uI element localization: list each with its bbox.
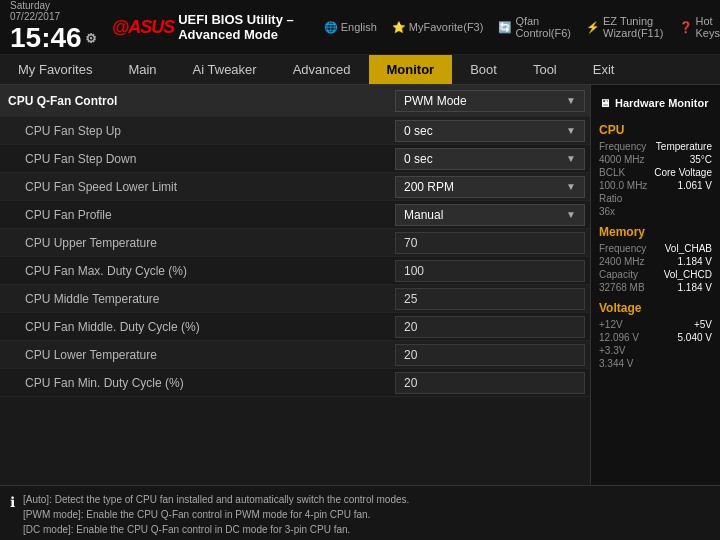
hw-volt-12v-5v-header: +12V +5V <box>599 319 712 330</box>
qfan-link[interactable]: 🔄 Qfan Control(F6) <box>498 15 571 39</box>
hw-cpu-bclk-voltage-header: BCLK Core Voltage <box>599 167 712 178</box>
cpu-fan-max-duty-row[interactable]: CPU Fan Max. Duty Cycle (%) 100 <box>0 257 590 285</box>
top-links: 🌐 English ⭐ MyFavorite(F3) 🔄 Qfan Contro… <box>314 0 720 54</box>
language-link[interactable]: 🌐 English <box>324 21 377 34</box>
cpu-fan-step-down-row[interactable]: CPU Fan Step Down 0 sec ▼ <box>0 145 590 173</box>
hw-cpu-ratio-header: Ratio <box>599 193 712 204</box>
asus-logo-area: @ASUS UEFI BIOS Utility – Advanced Mode <box>107 0 309 54</box>
cpu-qfan-value[interactable]: PWM Mode ▼ <box>395 90 585 112</box>
date-display: Saturday 07/22/2017 <box>10 0 97 22</box>
cpu-middle-temp-label: CPU Middle Temperature <box>0 292 395 306</box>
cpu-middle-temp-row[interactable]: CPU Middle Temperature 25 <box>0 285 590 313</box>
hw-cpu-section: CPU <box>599 123 712 137</box>
time-settings-icon[interactable]: ⚙ <box>85 31 97 46</box>
hw-voltage-section: Voltage <box>599 301 712 315</box>
cpu-fan-step-down-label: CPU Fan Step Down <box>0 152 395 166</box>
cpu-qfan-control-row[interactable]: CPU Q-Fan Control PWM Mode ▼ <box>0 85 590 117</box>
dropdown-arrow-icon: ▼ <box>566 125 576 136</box>
nav-boot[interactable]: Boot <box>452 55 515 84</box>
nav-monitor[interactable]: Monitor <box>369 55 453 84</box>
cpu-fan-min-duty-value[interactable]: 20 <box>395 372 585 394</box>
nav-bar: My Favorites Main Ai Tweaker Advanced Mo… <box>0 55 720 85</box>
cpu-upper-temp-row[interactable]: CPU Upper Temperature 70 <box>0 229 590 257</box>
main-layout: CPU Q-Fan Control PWM Mode ▼ CPU Fan Ste… <box>0 85 720 485</box>
hw-mem-freq-vol-values: 2400 MHz 1.184 V <box>599 256 712 267</box>
cpu-fan-step-up-label: CPU Fan Step Up <box>0 124 395 138</box>
dropdown-arrow-icon: ▼ <box>566 95 576 106</box>
dropdown-arrow-icon: ▼ <box>566 181 576 192</box>
info-line-2: [PWM mode]: Enable the CPU Q-Fan control… <box>23 507 409 522</box>
nav-ai-tweaker[interactable]: Ai Tweaker <box>175 55 275 84</box>
asus-logo: @ASUS <box>112 17 175 38</box>
hw-volt-12v-5v-values: 12.096 V 5.040 V <box>599 332 712 343</box>
dropdown-arrow-icon: ▼ <box>566 153 576 164</box>
hw-cpu-bclk-voltage-values: 100.0 MHz 1.061 V <box>599 180 712 191</box>
hw-cpu-ratio-value: 36x <box>599 206 712 217</box>
info-icon: ℹ <box>10 494 15 510</box>
cpu-upper-temp-value[interactable]: 70 <box>395 232 585 254</box>
cpu-middle-temp-value[interactable]: 25 <box>395 288 585 310</box>
hw-volt-33v-value: 3.344 V <box>599 358 712 369</box>
hw-monitor-title: 🖥 Hardware Monitor <box>599 93 712 115</box>
cpu-fan-middle-duty-value[interactable]: 20 <box>395 316 585 338</box>
hw-cpu-freq-temp-header: Frequency Temperature <box>599 141 712 152</box>
hotkeys-link[interactable]: ❓ Hot Keys <box>679 15 720 39</box>
hw-volt-33v-header: +3.3V <box>599 345 712 356</box>
nav-exit[interactable]: Exit <box>575 55 633 84</box>
cpu-fan-middle-duty-row[interactable]: CPU Fan Middle. Duty Cycle (%) 20 <box>0 313 590 341</box>
hw-cpu-freq-temp-values: 4000 MHz 35°C <box>599 154 712 165</box>
cpu-fan-speed-lower-limit-value[interactable]: 200 RPM ▼ <box>395 176 585 198</box>
hw-mem-cap-volchcd-values: 32768 MB 1.184 V <box>599 282 712 293</box>
dropdown-arrow-icon: ▼ <box>566 209 576 220</box>
info-bar: ℹ [Auto]: Detect the type of CPU fan ins… <box>0 485 720 540</box>
cpu-fan-max-duty-value[interactable]: 100 <box>395 260 585 282</box>
header: Saturday 07/22/2017 15:46 ⚙ @ASUS UEFI B… <box>0 0 720 55</box>
cpu-fan-min-duty-label: CPU Fan Min. Duty Cycle (%) <box>0 376 395 390</box>
time-display: 15:46 ⚙ <box>10 22 97 54</box>
content-area: CPU Q-Fan Control PWM Mode ▼ CPU Fan Ste… <box>0 85 590 485</box>
info-line-3: [DC mode]: Enable the CPU Q-Fan control … <box>23 522 409 537</box>
myfavorite-link[interactable]: ⭐ MyFavorite(F3) <box>392 21 484 34</box>
cpu-qfan-label: CPU Q-Fan Control <box>0 94 395 108</box>
ez-tuning-link[interactable]: ⚡ EZ Tuning Wizard(F11) <box>586 15 664 39</box>
hw-memory-section: Memory <box>599 225 712 239</box>
cpu-fan-step-up-value[interactable]: 0 sec ▼ <box>395 120 585 142</box>
info-text: [Auto]: Detect the type of CPU fan insta… <box>23 492 409 540</box>
hw-mem-freq-vol-header: Frequency Vol_CHAB <box>599 243 712 254</box>
cpu-upper-temp-label: CPU Upper Temperature <box>0 236 395 250</box>
info-line-1: [Auto]: Detect the type of CPU fan insta… <box>23 492 409 507</box>
nav-my-favorites[interactable]: My Favorites <box>0 55 110 84</box>
cpu-lower-temp-row[interactable]: CPU Lower Temperature 20 <box>0 341 590 369</box>
nav-main[interactable]: Main <box>110 55 174 84</box>
cpu-lower-temp-label: CPU Lower Temperature <box>0 348 395 362</box>
hw-mem-cap-volchcd-header: Capacity Vol_CHCD <box>599 269 712 280</box>
cpu-fan-step-up-row[interactable]: CPU Fan Step Up 0 sec ▼ <box>0 117 590 145</box>
monitor-icon: 🖥 <box>599 97 610 109</box>
bios-title: UEFI BIOS Utility – Advanced Mode <box>178 12 309 42</box>
cpu-fan-profile-label: CPU Fan Profile <box>0 208 395 222</box>
nav-tool[interactable]: Tool <box>515 55 575 84</box>
cpu-fan-profile-value[interactable]: Manual ▼ <box>395 204 585 226</box>
cpu-fan-speed-lower-limit-label: CPU Fan Speed Lower Limit <box>0 180 395 194</box>
cpu-fan-step-down-value[interactable]: 0 sec ▼ <box>395 148 585 170</box>
datetime-section: Saturday 07/22/2017 15:46 ⚙ <box>0 0 107 54</box>
cpu-lower-temp-value[interactable]: 20 <box>395 344 585 366</box>
cpu-fan-speed-lower-limit-row[interactable]: CPU Fan Speed Lower Limit 200 RPM ▼ <box>0 173 590 201</box>
nav-advanced[interactable]: Advanced <box>275 55 369 84</box>
hw-monitor-panel: 🖥 Hardware Monitor CPU Frequency Tempera… <box>590 85 720 485</box>
cpu-fan-middle-duty-label: CPU Fan Middle. Duty Cycle (%) <box>0 320 395 334</box>
cpu-fan-min-duty-row[interactable]: CPU Fan Min. Duty Cycle (%) 20 <box>0 369 590 397</box>
cpu-fan-profile-row[interactable]: CPU Fan Profile Manual ▼ <box>0 201 590 229</box>
cpu-fan-max-duty-label: CPU Fan Max. Duty Cycle (%) <box>0 264 395 278</box>
